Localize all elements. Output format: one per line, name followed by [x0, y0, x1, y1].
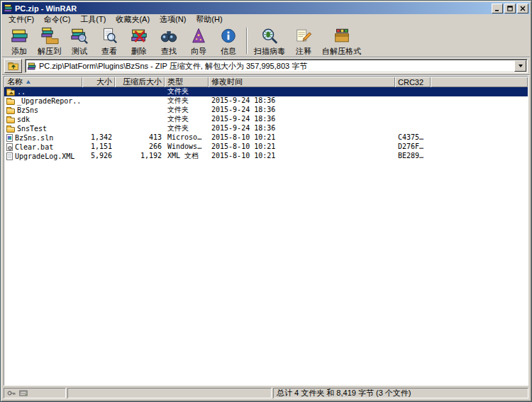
- column-header-name[interactable]: 名称: [4, 77, 82, 87]
- file-modified-cell: 2015-8-10 10:21: [209, 133, 395, 143]
- toolbar: 添加 解压到 测试 查看 删除 查找: [2, 25, 530, 57]
- view-file-icon: [100, 27, 118, 45]
- delete-icon: [130, 27, 148, 45]
- file-name: Clear.bat: [15, 143, 53, 152]
- toolbar-delete-button[interactable]: 删除: [124, 26, 154, 56]
- extract-to-icon: [40, 27, 59, 45]
- file-packed-size-cell: 1,192: [115, 152, 165, 161]
- toolbar-find-button[interactable]: 查找: [154, 26, 184, 56]
- statusbar-totals-panel: 总计 4 文件夹 和 8,419 字节 (3 个文件): [273, 388, 528, 398]
- file-crc32-cell: [395, 106, 431, 115]
- minimize-icon: [494, 6, 500, 11]
- file-packed-size-cell: [115, 106, 165, 115]
- column-header-size[interactable]: 大小: [82, 77, 115, 87]
- menu-favorites[interactable]: 收藏夹(A): [111, 13, 155, 26]
- maximize-button[interactable]: [504, 4, 516, 13]
- minimize-button[interactable]: [492, 4, 503, 13]
- toolbar-virus-scan-button[interactable]: 扫描病毒: [250, 26, 289, 56]
- file-name-cell: _UpgradeRepor...: [4, 96, 82, 106]
- file-name: BzSns.sln: [15, 134, 53, 143]
- file-row[interactable]: sdk文件夹2015-9-24 18:36: [4, 115, 528, 124]
- file-row-filler: [431, 143, 528, 152]
- column-header-crc32[interactable]: CRC32: [395, 77, 431, 87]
- file-name-cell: UpgradeLog.XML: [4, 152, 82, 161]
- file-name: ..: [17, 88, 26, 96]
- toolbar-add-button[interactable]: 添加: [4, 26, 34, 56]
- file-modified-cell: 2015-8-10 10:21: [209, 152, 395, 161]
- toolbar-sfx-button[interactable]: 自解压格式: [318, 26, 365, 56]
- menu-commands[interactable]: 命令(C): [39, 13, 75, 26]
- file-modified-cell: 2015-9-24 18:36: [209, 106, 395, 115]
- file-size-cell: 5,926: [82, 152, 115, 161]
- file-size-cell: [82, 124, 115, 133]
- toolbar-info-button[interactable]: 信息: [214, 26, 243, 56]
- file-modified-cell: 2015-9-24 18:36: [209, 124, 395, 133]
- file-name-cell: Clear.bat: [4, 143, 82, 152]
- file-row[interactable]: BzSns.sln1,342413Microsoft Vi...2015-8-1…: [4, 133, 528, 143]
- toolbar-comment-button[interactable]: 注释: [289, 26, 318, 56]
- close-button[interactable]: [517, 4, 528, 13]
- column-header-packed-size[interactable]: 压缩后大小: [115, 77, 165, 87]
- toolbar-wizard-button[interactable]: 向导: [184, 26, 214, 56]
- disk-icon: [19, 389, 28, 397]
- menu-tools[interactable]: 工具(T): [75, 13, 111, 26]
- file-packed-size-cell: [115, 96, 165, 106]
- close-icon: [520, 6, 526, 11]
- statusbar-message-panel: [67, 388, 272, 398]
- file-name-cell: SnsTest: [4, 124, 82, 133]
- file-row[interactable]: UpgradeLog.XML5,9261,192XML 文档2015-8-10 …: [4, 152, 528, 161]
- column-header-type[interactable]: 类型: [165, 77, 209, 87]
- menu-help[interactable]: 帮助(H): [191, 13, 227, 26]
- maximize-icon: [507, 6, 513, 11]
- key-icon: [7, 389, 16, 397]
- folder-icon: [6, 118, 15, 123]
- file-packed-size-cell: [115, 87, 165, 96]
- comment-icon: [294, 27, 313, 45]
- toolbar-view-button[interactable]: 查看: [94, 26, 124, 56]
- file-type-cell: 文件夹: [165, 106, 209, 115]
- file-row[interactable]: _UpgradeRepor...文件夹2015-9-24 18:36: [4, 96, 528, 106]
- add-archive-icon: [10, 27, 28, 45]
- file-type-cell: 文件夹: [165, 124, 209, 133]
- archive-path-combobox[interactable]: PC.zip\PlatForm\Plugins\BzSns - ZIP 压缩文件…: [25, 59, 528, 73]
- toolbar-test-button[interactable]: 测试: [65, 26, 94, 56]
- file-row[interactable]: Clear.bat1,151266Windows 批处...2015-8-10 …: [4, 143, 528, 152]
- file-modified-cell: 2015-8-10 10:21: [209, 143, 395, 152]
- menu-options[interactable]: 选项(N): [155, 13, 191, 26]
- file-size-cell: 1,151: [82, 143, 115, 152]
- file-size-cell: 1,342: [82, 133, 115, 143]
- file-name: BzSns: [17, 106, 38, 115]
- folder-icon: [6, 99, 15, 105]
- file-packed-size-cell: 266: [115, 143, 165, 152]
- file-list-body: ..文件夹_UpgradeRepor...文件夹2015-9-24 18:36B…: [4, 87, 528, 385]
- file-crc32-cell: [395, 96, 431, 106]
- file-type-cell: 文件夹: [165, 115, 209, 124]
- file-size-cell: [82, 96, 115, 106]
- addressbar: PC.zip\PlatForm\Plugins\BzSns - ZIP 压缩文件…: [2, 57, 530, 75]
- archive-path-text: PC.zip\PlatForm\Plugins\BzSns - ZIP 压缩文件…: [39, 61, 511, 72]
- toolbar-extract-button[interactable]: 解压到: [34, 26, 65, 56]
- file-row-filler: [431, 106, 528, 115]
- file-row-filler: [431, 152, 528, 161]
- file-crc32-cell: [395, 115, 431, 124]
- titlebar[interactable]: PC.zip - WinRAR: [2, 2, 530, 14]
- info-icon: [219, 27, 238, 45]
- file-row[interactable]: SnsTest文件夹2015-9-24 18:36: [4, 124, 528, 133]
- column-header-modified[interactable]: 修改时间: [209, 77, 395, 87]
- file-name: UpgradeLog.XML: [15, 152, 74, 161]
- folder-up-icon: [6, 90, 15, 96]
- file-modified-cell: 2015-9-24 18:36: [209, 96, 395, 106]
- folder-icon: [6, 108, 15, 114]
- menu-file[interactable]: 文件(F): [4, 13, 39, 26]
- up-directory-button[interactable]: [4, 59, 22, 73]
- file-name-cell: sdk: [4, 115, 82, 124]
- file-row[interactable]: ..文件夹: [4, 87, 528, 96]
- file-row[interactable]: BzSns文件夹2015-9-24 18:36: [4, 106, 528, 115]
- file-name: _UpgradeRepor...: [17, 97, 82, 106]
- file-name-cell: BzSns: [4, 106, 82, 115]
- combobox-dropdown-button[interactable]: [514, 60, 526, 72]
- file-crc32-cell: [395, 87, 431, 96]
- statusbar: 总计 4 文件夹 和 8,419 字节 (3 个文件): [2, 387, 530, 400]
- batch-file-icon: [6, 143, 13, 151]
- statusbar-totals-text: 总计 4 文件夹 和 8,419 字节 (3 个文件): [277, 388, 411, 398]
